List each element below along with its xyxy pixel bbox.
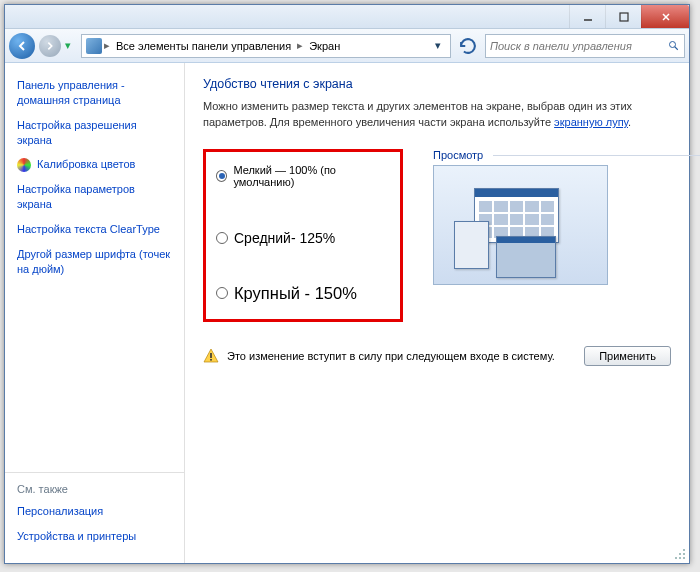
navbar: ▾ ▸ Все элементы панели управления ▸ Экр… bbox=[5, 29, 689, 63]
maximize-button[interactable] bbox=[605, 5, 641, 28]
warning-text: Это изменение вступит в силу при следующ… bbox=[227, 350, 555, 362]
nav-back-button[interactable] bbox=[9, 33, 35, 59]
sidebar: Панель управления - домашняя страница На… bbox=[5, 63, 185, 563]
warning-row: Это изменение вступит в силу при следующ… bbox=[203, 346, 671, 366]
sidebar-link-personalization[interactable]: Персонализация bbox=[17, 499, 172, 524]
svg-rect-7 bbox=[210, 359, 212, 361]
sidebar-link-cleartype[interactable]: Настройка текста ClearType bbox=[17, 217, 172, 242]
chevron-right-icon: ▸ bbox=[104, 39, 110, 52]
resize-grip[interactable] bbox=[673, 547, 687, 561]
radio-icon bbox=[216, 170, 227, 182]
control-panel-icon bbox=[86, 38, 102, 54]
close-button[interactable] bbox=[641, 5, 689, 28]
svg-rect-6 bbox=[210, 353, 212, 358]
nav-history-dropdown[interactable]: ▾ bbox=[65, 39, 77, 52]
breadcrumb-current[interactable]: Экран bbox=[305, 40, 344, 52]
content-area: Удобство чтения с экрана Можно изменить … bbox=[185, 63, 689, 563]
preview-label: Просмотр bbox=[433, 149, 608, 161]
see-also-heading: См. также bbox=[17, 483, 172, 495]
radio-large[interactable]: Крупный - 150% bbox=[216, 284, 390, 303]
sidebar-link-calibration[interactable]: Калибровка цветов bbox=[17, 152, 172, 177]
svg-line-5 bbox=[675, 46, 678, 49]
chevron-down-icon[interactable]: ▾ bbox=[430, 39, 446, 52]
search-input[interactable]: Поиск в панели управления bbox=[485, 34, 685, 58]
svg-point-8 bbox=[683, 549, 685, 551]
titlebar bbox=[5, 5, 689, 29]
search-icon bbox=[668, 40, 680, 52]
radio-icon bbox=[216, 287, 228, 299]
preview-section: Просмотр bbox=[433, 149, 608, 285]
apply-button[interactable]: Применить bbox=[584, 346, 671, 366]
page-title: Удобство чтения с экрана bbox=[203, 77, 671, 91]
minimize-button[interactable] bbox=[569, 5, 605, 28]
svg-point-10 bbox=[683, 553, 685, 555]
color-wheel-icon bbox=[17, 158, 31, 172]
sidebar-link-display-settings[interactable]: Настройка параметров экрана bbox=[17, 177, 172, 217]
preview-image bbox=[433, 165, 608, 285]
svg-point-9 bbox=[679, 553, 681, 555]
sidebar-link-dpi[interactable]: Другой размер шрифта (точек на дюйм) bbox=[17, 242, 172, 282]
radio-icon bbox=[216, 232, 228, 244]
magnifier-link[interactable]: экранную лупу bbox=[554, 116, 628, 128]
breadcrumb-root[interactable]: Все элементы панели управления bbox=[112, 40, 295, 52]
radio-small[interactable]: Мелкий — 100% (по умолчанию) bbox=[216, 164, 390, 188]
nav-forward-button[interactable] bbox=[39, 35, 61, 57]
search-placeholder: Поиск в панели управления bbox=[490, 40, 632, 52]
control-panel-window: ▾ ▸ Все элементы панели управления ▸ Экр… bbox=[4, 4, 690, 564]
svg-point-12 bbox=[679, 557, 681, 559]
size-radio-group: Мелкий — 100% (по умолчанию) Средний- 12… bbox=[203, 149, 403, 322]
radio-medium[interactable]: Средний- 125% bbox=[216, 230, 390, 246]
svg-point-4 bbox=[670, 41, 676, 47]
breadcrumb[interactable]: ▸ Все элементы панели управления ▸ Экран… bbox=[81, 34, 451, 58]
sidebar-link-devices-printers[interactable]: Устройства и принтеры bbox=[17, 524, 172, 549]
sidebar-link-home[interactable]: Панель управления - домашняя страница bbox=[17, 73, 172, 113]
page-description: Можно изменить размер текста и других эл… bbox=[203, 99, 671, 131]
chevron-right-icon: ▸ bbox=[297, 39, 303, 52]
sidebar-link-resolution[interactable]: Настройка разрешения экрана bbox=[17, 113, 172, 153]
warning-icon bbox=[203, 348, 219, 364]
svg-rect-1 bbox=[620, 13, 628, 21]
refresh-button[interactable] bbox=[457, 35, 479, 57]
svg-point-11 bbox=[675, 557, 677, 559]
svg-point-13 bbox=[683, 557, 685, 559]
breadcrumb-controls: ▾ bbox=[430, 39, 446, 52]
